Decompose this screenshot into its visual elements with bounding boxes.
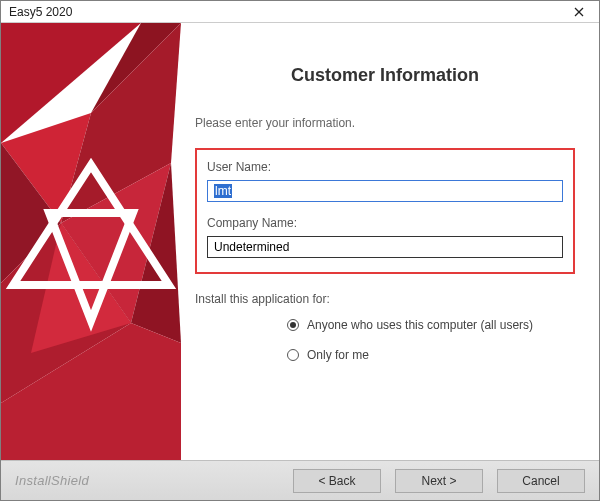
installer-window: Easy5 2020 — [0, 0, 600, 501]
footer-bar: InstallShield < Back Next > Cancel — [1, 460, 599, 500]
brand-logo-icon — [1, 23, 181, 460]
cancel-button[interactable]: Cancel — [497, 469, 585, 493]
svg-marker-13 — [13, 165, 169, 285]
radio-only-me[interactable]: Only for me — [287, 348, 575, 362]
installshield-brand: InstallShield — [15, 473, 89, 488]
radio-only-me-label: Only for me — [307, 348, 369, 362]
instructions-text: Please enter your information. — [195, 116, 575, 130]
dialog-body: Customer Information Please enter your i… — [1, 23, 599, 460]
window-title: Easy5 2020 — [9, 5, 563, 19]
page-title: Customer Information — [195, 65, 575, 86]
close-icon — [574, 7, 584, 17]
username-label: User Name: — [207, 160, 563, 174]
username-input[interactable]: lmt — [207, 180, 563, 202]
radio-all-users-label: Anyone who uses this computer (all users… — [307, 318, 533, 332]
form-highlight: User Name: lmt Company Name: — [195, 148, 575, 274]
back-button[interactable]: < Back — [293, 469, 381, 493]
company-label: Company Name: — [207, 216, 563, 230]
company-input[interactable] — [207, 236, 563, 258]
titlebar: Easy5 2020 — [1, 1, 599, 23]
radio-selected-icon — [287, 319, 299, 331]
close-button[interactable] — [563, 2, 595, 22]
username-value: lmt — [214, 184, 232, 198]
next-button[interactable]: Next > — [395, 469, 483, 493]
install-for-label: Install this application for: — [195, 292, 575, 306]
sidebar-graphic — [1, 23, 181, 460]
content-pane: Customer Information Please enter your i… — [181, 23, 599, 460]
radio-all-users[interactable]: Anyone who uses this computer (all users… — [287, 318, 575, 332]
radio-unselected-icon — [287, 349, 299, 361]
svg-marker-14 — [49, 213, 133, 321]
